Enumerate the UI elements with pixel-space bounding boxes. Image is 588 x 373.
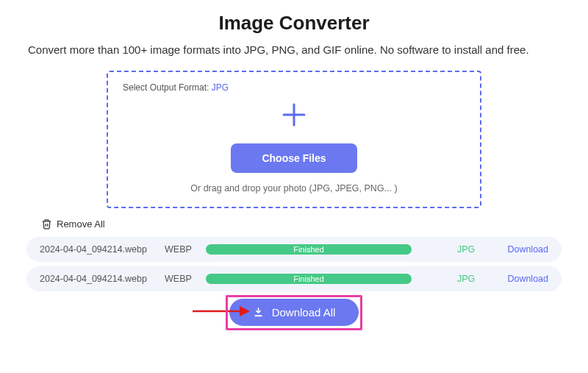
file-row: 2024-04-04_094214.webp WEBP Finished JPG… [26, 237, 562, 262]
progress-bar: Finished [206, 244, 412, 255]
download-all-label: Download All [272, 306, 336, 319]
output-format-label: Select Output Format: [123, 82, 212, 93]
download-link[interactable]: Download [490, 244, 548, 255]
file-target-format: JPG [448, 274, 490, 284]
file-target-format: JPG [448, 244, 490, 255]
page-title: Image Converter [22, 12, 566, 35]
file-row: 2024-04-04_094214.webp WEBP Finished JPG… [26, 266, 562, 291]
plus-icon[interactable] [279, 100, 309, 135]
file-dropzone[interactable]: Select Output Format: JPG Choose Files O… [107, 71, 481, 208]
drag-hint: Or drag and drop your photo (JPG, JPEG, … [123, 183, 465, 193]
progress-wrap: Finished [206, 244, 448, 255]
svg-marker-1 [240, 306, 250, 316]
trash-icon [41, 219, 52, 230]
file-name: 2024-04-04_094214.webp [40, 274, 165, 284]
file-source-format: WEBP [165, 244, 206, 255]
download-icon [253, 307, 265, 319]
annotation-arrow-icon [191, 302, 250, 323]
remove-all-button[interactable]: Remove All [22, 219, 566, 230]
file-source-format: WEBP [165, 274, 206, 284]
page-subtitle: Convert more than 100+ image formats int… [22, 43, 566, 56]
choose-files-button[interactable]: Choose Files [231, 143, 356, 173]
remove-all-label: Remove All [57, 219, 105, 230]
download-link[interactable]: Download [490, 274, 548, 284]
file-list: 2024-04-04_094214.webp WEBP Finished JPG… [22, 237, 566, 291]
file-name: 2024-04-04_094214.webp [40, 244, 165, 255]
progress-bar: Finished [206, 274, 412, 284]
output-format-row: Select Output Format: JPG [123, 82, 465, 93]
svg-rect-2 [255, 315, 262, 316]
progress-wrap: Finished [206, 274, 448, 284]
output-format-value[interactable]: JPG [212, 82, 229, 93]
